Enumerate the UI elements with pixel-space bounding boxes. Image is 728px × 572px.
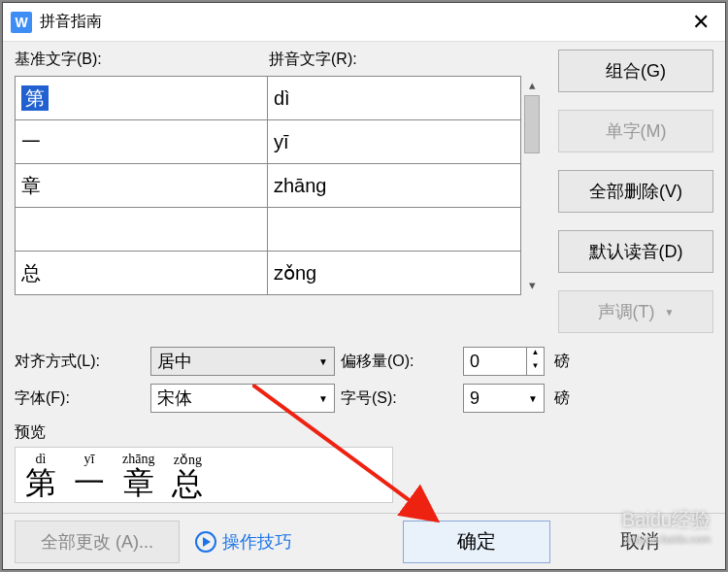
preview-ruby-item: dì 第 [25, 452, 56, 499]
size-value: 9 [470, 388, 480, 409]
table-row: 第 dì [16, 77, 521, 120]
offset-label: 偏移量(O): [341, 352, 457, 372]
play-icon [195, 531, 216, 553]
base-cell[interactable]: 总 [16, 252, 268, 295]
form-rows: 对齐方式(L): 居中 ▼ 偏移量(O): 0 ▲▼ 磅 字体(F): 宋体 ▼ [15, 343, 713, 417]
preview-box: dì 第 yī 一 zhāng 章 zǒng 总 [15, 447, 393, 503]
table-row: 章 zhāng [16, 164, 521, 208]
change-all-button: 全部更改 (A)... [15, 521, 180, 563]
ruby-text-label: 拼音文字(R): [269, 50, 546, 70]
close-button[interactable]: ✕ [677, 3, 725, 42]
font-select[interactable]: 宋体 ▼ [150, 384, 335, 413]
chevron-down-icon: ▼ [318, 393, 328, 404]
base-text-label: 基准文字(B): [15, 50, 269, 70]
align-value: 居中 [157, 350, 192, 373]
offset-unit: 磅 [554, 352, 570, 372]
cancel-button[interactable]: 取消 [566, 521, 713, 563]
font-value: 宋体 [157, 387, 192, 410]
scroll-down-icon[interactable]: ▾ [529, 278, 536, 293]
clear-all-button[interactable]: 全部删除(V) [558, 170, 713, 213]
table-area: 基准文字(B): 拼音文字(R): 第 dì 一 yī [15, 50, 546, 333]
table-row: 一 yī [16, 120, 521, 164]
pinyin-table: 第 dì 一 yī 章 zhāng [15, 76, 521, 295]
base-cell[interactable]: 一 [16, 120, 268, 164]
ruby-cell[interactable]: zǒng [268, 252, 521, 295]
scroll-thumb[interactable] [524, 95, 540, 153]
chevron-down-icon: ▼ [318, 356, 328, 367]
default-reading-button[interactable]: 默认读音(D) [558, 230, 713, 273]
font-label: 字体(F): [15, 388, 145, 409]
ruby-cell[interactable]: zhāng [268, 164, 521, 208]
table-row [16, 208, 521, 252]
preview-ruby-item: zhāng 章 [122, 452, 154, 499]
upper-area: 基准文字(B): 拼音文字(R): 第 dì 一 yī [15, 50, 713, 333]
base-cell[interactable]: 第 [21, 85, 49, 111]
size-select[interactable]: 9 ▼ [463, 384, 545, 413]
preview-label: 预览 [15, 422, 713, 443]
offset-value: 0 [470, 352, 480, 372]
chevron-down-icon: ▼ [665, 307, 675, 318]
table-row: 总 zǒng [16, 252, 521, 295]
dialog-body: 基准文字(B): 拼音文字(R): 第 dì 一 yī [3, 42, 725, 513]
tips-label: 操作技巧 [222, 530, 292, 554]
window-title: 拼音指南 [40, 12, 677, 32]
table-headers: 基准文字(B): 拼音文字(R): [15, 50, 546, 70]
dialog-pinyin-guide: W 拼音指南 ✕ 基准文字(B): 拼音文字(R): 第 dì 一 [2, 2, 726, 570]
mono-button: 单字(M) [558, 110, 713, 152]
chevron-down-icon: ▼ [528, 393, 538, 404]
footer: 全部更改 (A)... 操作技巧 确定 取消 [3, 513, 725, 569]
align-select[interactable]: 居中 ▼ [150, 347, 335, 376]
scroll-up-icon[interactable]: ▴ [529, 78, 536, 93]
ruby-cell[interactable] [268, 208, 521, 252]
offset-spinner[interactable]: 0 ▲▼ [463, 347, 545, 376]
combine-button[interactable]: 组合(G) [558, 50, 713, 92]
side-buttons: 组合(G) 单字(M) 全部删除(V) 默认读音(D) 声调(T) ▼ [558, 50, 713, 333]
ruby-cell[interactable]: dì [268, 77, 521, 120]
tips-link[interactable]: 操作技巧 [195, 530, 292, 554]
table-scrollbar[interactable]: ▴ ▾ [521, 76, 543, 295]
preview-ruby-item: zǒng 总 [172, 452, 203, 499]
base-cell[interactable] [16, 208, 268, 252]
preview-ruby-item: yī 一 [74, 452, 105, 499]
align-label: 对齐方式(L): [15, 352, 145, 372]
spin-up-icon[interactable]: ▲ [526, 348, 544, 361]
tone-button: 声调(T) ▼ [558, 290, 713, 333]
ok-button[interactable]: 确定 [403, 521, 550, 563]
spin-down-icon[interactable]: ▼ [526, 361, 544, 375]
size-label: 字号(S): [341, 388, 457, 409]
size-unit: 磅 [554, 388, 570, 409]
tone-button-label: 声调(T) [598, 300, 655, 323]
ruby-cell[interactable]: yī [268, 120, 521, 164]
app-icon: W [11, 12, 32, 33]
titlebar: W 拼音指南 ✕ [3, 3, 725, 42]
base-cell[interactable]: 章 [16, 164, 268, 208]
